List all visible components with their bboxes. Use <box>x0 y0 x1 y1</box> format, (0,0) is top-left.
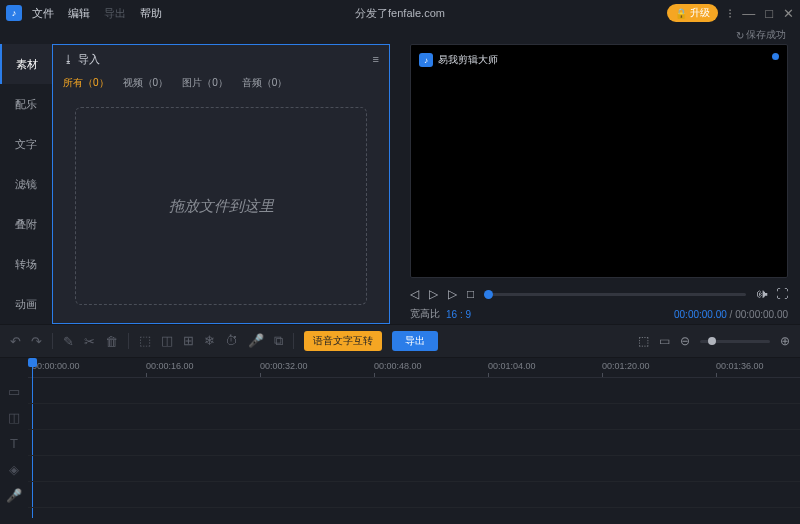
fit-icon[interactable]: ⬚ <box>638 334 649 348</box>
main-menu: 文件 编辑 导出 帮助 <box>32 6 162 21</box>
time-ruler[interactable]: 00:00:00.00 00:00:16.00 00:00:32.00 00:0… <box>28 358 800 378</box>
track-icons: ▭ ◫ T ◈ 🎤 <box>0 358 28 524</box>
watermark-logo-icon: ♪ <box>419 53 433 67</box>
menu-export[interactable]: 导出 <box>104 6 126 21</box>
zoom-slider[interactable] <box>700 340 770 343</box>
cut-icon[interactable]: ✂ <box>84 334 95 349</box>
preview-info: 宽高比 16 : 9 00:00:00.00 / 00:00:00.00 <box>410 304 788 324</box>
filter-image[interactable]: 图片（0） <box>182 76 228 90</box>
drop-zone[interactable]: 拖放文件到这里 <box>75 107 367 305</box>
scrub-knob[interactable] <box>484 290 493 299</box>
tick: 00:00:00.00 <box>32 361 80 371</box>
speed-icon[interactable]: ⏱ <box>225 333 238 349</box>
preview-watermark: ♪ 易我剪辑大师 <box>419 53 498 67</box>
crop-icon[interactable]: ⬚ <box>139 333 151 349</box>
marker-icon[interactable]: ▭ <box>659 334 670 348</box>
asset-panel: ⭳ 导入 ≡ 所有（0） 视频（0） 图片（0） 音频（0） 拖放文件到这里 <box>52 44 390 324</box>
title-bar: ♪ 文件 编辑 导出 帮助 分发了fenfale.com 🔒 升级 ⁝ — □ … <box>0 0 800 26</box>
tick: 00:00:32.00 <box>260 361 308 371</box>
asset-filters: 所有（0） 视频（0） 图片（0） 音频（0） <box>53 73 389 93</box>
menu-edit[interactable]: 编辑 <box>68 6 90 21</box>
close-icon[interactable]: ✕ <box>783 6 794 21</box>
drop-zone-text: 拖放文件到这里 <box>169 197 274 216</box>
ratio-value[interactable]: 16 : 9 <box>446 309 471 320</box>
import-label: 导入 <box>78 52 100 67</box>
track-mic-icon[interactable]: 🎤 <box>0 482 28 508</box>
voice-icon[interactable]: 🎤 <box>248 333 264 349</box>
menu-help[interactable]: 帮助 <box>140 6 162 21</box>
tab-filter[interactable]: 滤镜 <box>0 164 52 204</box>
timeline-toolbar: ↶ ↷ ✎ ✂ 🗑 ⬚ ◫ ⊞ ❄ ⏱ 🎤 ⧉ 语音文字互转 导出 ⬚ ▭ ⊖ … <box>0 324 800 358</box>
delete-icon[interactable]: 🗑 <box>105 334 118 349</box>
zoom-knob[interactable] <box>708 337 716 345</box>
save-status-text: 保存成功 <box>746 28 786 42</box>
watermark-text: 易我剪辑大师 <box>438 53 498 67</box>
filter-video[interactable]: 视频（0） <box>123 76 169 90</box>
tab-animation[interactable]: 动画 <box>0 284 52 324</box>
track-row[interactable] <box>28 378 800 404</box>
export-button[interactable]: 导出 <box>392 331 438 351</box>
crop2-icon[interactable]: ◫ <box>161 333 173 349</box>
track-audio-icon[interactable]: ◈ <box>0 456 28 482</box>
edit-icon[interactable]: ✎ <box>63 334 74 349</box>
volume-icon[interactable]: 🕪 <box>756 287 768 301</box>
time-current: 00:00:00.00 <box>674 309 727 320</box>
redo-icon[interactable]: ↷ <box>31 334 42 349</box>
preview-controls: ◁ ▷ ▷ □ 🕪 ⛶ <box>410 278 788 304</box>
track-pip-icon[interactable]: ◫ <box>0 404 28 430</box>
stop-icon[interactable]: □ <box>467 287 474 301</box>
track-row[interactable] <box>28 456 800 482</box>
next-frame-icon[interactable]: ▷ <box>448 287 457 301</box>
record-icon[interactable]: ⧉ <box>274 333 283 349</box>
track-row[interactable] <box>28 482 800 508</box>
import-icon: ⭳ <box>63 53 74 65</box>
time-total: 00:00:00.00 <box>735 309 788 320</box>
refresh-icon: ↻ <box>736 30 744 41</box>
tab-overlay[interactable]: 叠附 <box>0 204 52 244</box>
tracks-area[interactable]: 00:00:00.00 00:00:16.00 00:00:32.00 00:0… <box>28 358 800 524</box>
track-video-icon[interactable]: ▭ <box>0 378 28 404</box>
tracks <box>28 378 800 508</box>
preview-status-dot-icon <box>772 53 779 60</box>
freeze-icon[interactable]: ❄ <box>204 333 215 349</box>
tick: 00:01:04.00 <box>488 361 536 371</box>
upgrade-label: 升级 <box>690 6 710 20</box>
filter-all[interactable]: 所有（0） <box>63 76 109 90</box>
fullscreen-icon[interactable]: ⛶ <box>776 287 788 301</box>
preview-panel: ♪ 易我剪辑大师 ◁ ▷ ▷ □ 🕪 ⛶ 宽高比 16 : 9 00:00:00… <box>410 44 800 324</box>
maximize-icon[interactable]: □ <box>765 6 773 21</box>
track-row[interactable] <box>28 430 800 456</box>
timeline: ▭ ◫ T ◈ 🎤 00:00:00.00 00:00:16.00 00:00:… <box>0 358 800 524</box>
ratio-label: 宽高比 <box>410 307 440 321</box>
side-tabs: 素材 配乐 文字 滤镜 叠附 转场 动画 <box>0 44 52 324</box>
import-button[interactable]: ⭳ 导入 <box>63 52 100 67</box>
track-text-icon[interactable]: T <box>0 430 28 456</box>
filter-audio[interactable]: 音频（0） <box>242 76 288 90</box>
tick: 00:00:48.00 <box>374 361 422 371</box>
mosaic-icon[interactable]: ⊞ <box>183 333 194 349</box>
tab-assets[interactable]: 素材 <box>0 44 52 84</box>
main-area: 素材 配乐 文字 滤镜 叠附 转场 动画 ⭳ 导入 ≡ 所有（0） 视频（0） … <box>0 44 800 324</box>
play-icon[interactable]: ▷ <box>429 287 438 301</box>
settings-icon[interactable]: ⁝ <box>728 6 732 21</box>
zoom-out-icon[interactable]: ⊖ <box>680 334 690 348</box>
window-title: 分发了fenfale.com <box>355 6 445 21</box>
app-logo-icon: ♪ <box>6 5 22 21</box>
tick: 00:00:16.00 <box>146 361 194 371</box>
tab-transition[interactable]: 转场 <box>0 244 52 284</box>
voice-text-button[interactable]: 语音文字互转 <box>304 331 382 351</box>
list-view-icon[interactable]: ≡ <box>373 53 379 65</box>
scrub-bar[interactable] <box>484 293 746 296</box>
upgrade-button[interactable]: 🔒 升级 <box>667 4 718 22</box>
preview-video[interactable]: ♪ 易我剪辑大师 <box>410 44 788 278</box>
tab-text[interactable]: 文字 <box>0 124 52 164</box>
window-controls: ⁝ — □ ✕ <box>728 6 794 21</box>
prev-frame-icon[interactable]: ◁ <box>410 287 419 301</box>
minimize-icon[interactable]: — <box>742 6 755 21</box>
undo-icon[interactable]: ↶ <box>10 334 21 349</box>
menu-file[interactable]: 文件 <box>32 6 54 21</box>
zoom-in-icon[interactable]: ⊕ <box>780 334 790 348</box>
track-row[interactable] <box>28 404 800 430</box>
tick: 00:01:36.00 <box>716 361 764 371</box>
tab-music[interactable]: 配乐 <box>0 84 52 124</box>
